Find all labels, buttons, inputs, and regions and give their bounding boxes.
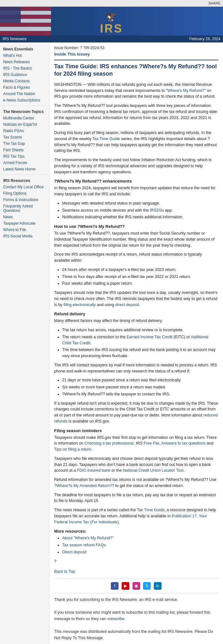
tips-filing-link[interactable]: Tips on filing a return <box>54 447 91 452</box>
direct-deposit-link2[interactable]: Direct deposit <box>62 550 86 554</box>
sidebar-item-news[interactable]: News <box>0 214 49 220</box>
about-wmr-link[interactable]: About "Where's My Refund?" <box>62 536 113 540</box>
sidebar-item-e-news[interactable]: e-News Subscriptions <box>0 97 49 103</box>
twitter-icon[interactable]: 𝕏 <box>143 582 151 590</box>
list-item: About "Where's My Refund?" <box>62 535 218 541</box>
eitc-link[interactable]: Earned Income Tax Credit <box>126 335 172 339</box>
list-item: 24 hours after receipt of a taxpayer's e… <box>62 267 218 273</box>
list-item: Notifications indicating whether the IRS… <box>62 214 218 220</box>
filing-reminders-text2: Taxpayers who file electronically and ch… <box>54 456 218 474</box>
facebook-icon[interactable]: f <box>111 582 119 590</box>
refund-delivery-heading: Refund delivery <box>54 311 218 316</box>
how-to-use-text3: Taxpayers should note that the IRS updat… <box>54 290 218 308</box>
refund-faqs-link[interactable]: Tax season refund FAQs <box>62 543 106 547</box>
tax-time-guide-link[interactable]: Tax Time Guide <box>92 137 120 141</box>
filing-reminders-text4: The deadline for most taxpayers to file … <box>54 492 218 504</box>
subscribe-text3: This message was distributed automatical… <box>54 628 218 641</box>
fdic-link[interactable]: FDIC-insured bank <box>77 468 111 473</box>
main-container: News Essentials What's Hot News Releases… <box>0 42 223 644</box>
sidebar-item-armed-forces[interactable]: Armed Forces <box>0 160 49 166</box>
article-title: Tax Time Guide: IRS enhances ?Where?s My… <box>54 60 218 78</box>
sidebar-item-media-contacts[interactable]: Media Contacts <box>0 78 49 84</box>
youtube-icon[interactable]: ▶ <box>122 582 129 590</box>
refund-delivery-text2: The IRS will contact taxpayers by mail i… <box>54 362 218 374</box>
paragraph-1: WASHINGTON — With millions of tax refund… <box>54 82 218 100</box>
sidebar-item-local-office[interactable]: Contact My Local Office <box>0 184 49 190</box>
enhancements-heading: ?Where?s My Refund?? enhancements <box>54 179 218 183</box>
extra-char: ? <box>54 558 218 565</box>
back-to-top-link[interactable]: Back to Top <box>54 569 75 574</box>
sidebar-item-tax-scams[interactable]: Tax Scams <box>0 134 49 140</box>
subscribe-link[interactable]: subscribe <box>107 617 125 621</box>
sidebar-item-news-releases[interactable]: News Releases <box>0 59 49 65</box>
filing-reminders-text5: This news release is part of a series ca… <box>54 507 218 525</box>
irs-wordmark: IRS <box>100 22 123 35</box>
filing-reminders-text1: Taxpayers should make IRS.gov their firs… <box>54 435 218 453</box>
wheres-my-refund-link-1[interactable]: "Where's My Refund?" <box>166 88 206 93</box>
sidebar-item-radio-psas[interactable]: Radio PSAs <box>0 128 49 134</box>
issue-number: Issue Number: ? ?IR-2024-53 <box>54 46 218 50</box>
back-to-top[interactable]: Back to Top <box>54 569 218 574</box>
sidebar-item-tax-gap[interactable]: The Tax Gap <box>0 140 49 147</box>
sidebar: News Essentials What's Hot News Releases… <box>0 42 49 644</box>
enhancements-list: Messages with detailed refund status in … <box>62 200 218 220</box>
instagram-icon[interactable]: ◉ <box>133 582 140 590</box>
irs2go-link[interactable]: IRS2Go <box>150 208 164 213</box>
list-item: The time between the IRS issuing the ref… <box>62 347 218 359</box>
sidebar-item-filing-options[interactable]: Filing Options <box>0 190 49 197</box>
list-item: Direct deposit <box>62 549 218 555</box>
sidebar-item-forms-instructions[interactable]: Forms & Instructions <box>0 197 49 203</box>
sidebar-item-noticias[interactable]: Noticias en Espa?ol <box>0 121 49 128</box>
sidebar-item-whats-hot[interactable]: What's Hot <box>0 52 49 59</box>
refund-delivery-text3: If a taxpayer refund isn't what is expec… <box>54 401 218 424</box>
newswire-title: IRS Newswire <box>3 37 26 41</box>
answers-tax-link[interactable]: Answers to tax questions <box>161 441 205 446</box>
filing-reminders-text3: Refund information for amended tax retur… <box>54 477 218 489</box>
inside-issue: Inside This Issuey <box>54 52 218 56</box>
free-file-link[interactable]: Free File <box>144 441 159 446</box>
sidebar-item-irs-basics[interactable]: IRS - The Basics <box>0 65 49 71</box>
sidebar-item-irs-tax-tips[interactable]: IRS Tax Tips <box>0 153 49 160</box>
sidebar-divider-1 <box>0 105 49 106</box>
share-bar: SHARE <box>0 0 223 7</box>
article-content: Issue Number: ? ?IR-2024-53 Inside This … <box>49 42 223 644</box>
reduced-refunds-link[interactable]: reduced refunds <box>54 413 218 423</box>
filing-reminders-heading: Filing season reminders <box>54 428 218 433</box>
how-to-use-text2: Once the IRS acknowledges receipt of a r… <box>54 251 218 264</box>
paragraph-3: During this busy part of filing season, … <box>54 130 218 154</box>
sidebar-item-around-nation[interactable]: Around The Nation <box>0 91 49 97</box>
how-to-use-heading: How to use ?Where?s My Refund?? <box>54 224 218 229</box>
paragraph-2: The ?Where?s My Refund?? tool provides t… <box>54 103 218 127</box>
share-button[interactable]: SHARE <box>208 1 220 5</box>
how-to-use-text1: To use ?Where?s My Refund??, taxpayers m… <box>54 230 218 248</box>
enhancements-text: In filing season 2024, taxpayers will be… <box>54 185 218 197</box>
amended-return-link[interactable]: ?Where?s My Amended Return?? <box>54 483 114 488</box>
eagle-icon: 🦅 <box>100 11 123 22</box>
ncu-link[interactable]: National Credit Union Locator Tool <box>123 468 183 473</box>
more-resources-heading: More resources: <box>54 529 218 534</box>
subscribe-section: Thank you for subscribing to the IRS New… <box>54 596 218 641</box>
newswire-date: February 28, 2024 <box>189 37 220 41</box>
list-item: Seamless access on mobile devices and wi… <box>62 207 218 213</box>
direct-deposit-link[interactable]: direct deposit <box>115 303 139 307</box>
newswire-bar: IRS Newswire February 28, 2024 <box>0 35 223 42</box>
choosing-tax-pro-link[interactable]: Choosing a tax professional <box>84 441 133 446</box>
sidebar-item-latest-news-home[interactable]: Latest News Home <box>0 166 49 172</box>
refund-delivery-list1: The tax return has errors, requires addi… <box>62 327 218 359</box>
sidebar-divider-2 <box>0 174 49 175</box>
sidebar-item-multimedia[interactable]: Multimedia Center <box>0 115 49 121</box>
sidebar-item-facts-figures[interactable]: Facts & Figures <box>0 84 49 91</box>
pub17-link[interactable]: Publication 17, Your Federal Income Tax … <box>54 514 207 524</box>
list-item: 21 days or more have passed since a retu… <box>62 377 218 383</box>
filing-electronically-link[interactable]: filing electronically <box>63 303 96 307</box>
sidebar-item-irs-guidance[interactable]: IRS Guidance <box>0 71 49 78</box>
sidebar-item-faqs[interactable]: Frequently Asked Questions <box>0 203 49 214</box>
sidebar-item-irs-social-media[interactable]: IRS Social Media <box>0 233 49 239</box>
sidebar-item-where-to-file[interactable]: Where to File <box>0 227 49 233</box>
sidebar-item-taxpayer-advocate[interactable]: Taxpayer Advocate <box>0 220 49 227</box>
sidebar-item-fact-sheets[interactable]: Fact Sheets <box>0 147 49 153</box>
linkedin-icon[interactable]: in <box>154 582 162 590</box>
subscribe-text2: If you know someone who might want to su… <box>54 609 218 622</box>
tax-time-guide-link2[interactable]: Tax Time Guide <box>137 508 165 512</box>
social-bar: f ▶ ◉ 𝕏 in <box>54 579 218 593</box>
